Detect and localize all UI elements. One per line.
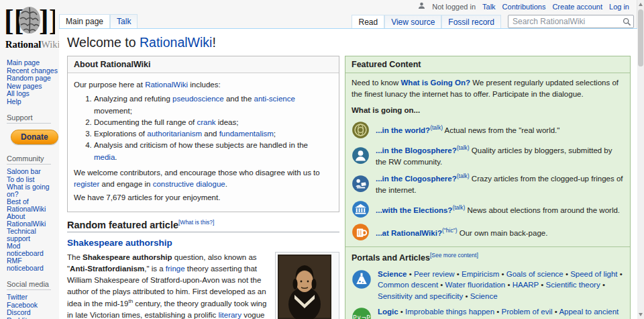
sidebar-social-link[interactable]: Discord	[7, 309, 58, 316]
portal-article-link[interactable]: Common descent	[378, 281, 438, 289]
scroll-down-arrow-icon[interactable]	[639, 313, 643, 316]
portal-article-link[interactable]: Empiricism	[462, 270, 499, 278]
rationalwiki-brain-logo[interactable]: [[ ]]	[4, 3, 55, 39]
inline-link[interactable]: fringe	[166, 265, 185, 273]
bullet-separator: •	[455, 270, 462, 278]
sidebar-community-link[interactable]: Best of RationalWiki	[7, 198, 58, 212]
shakespeare-thumbnail[interactable]: "I never would endure this gripe, hath I…	[275, 252, 339, 319]
portal-article-link[interactable]: Science	[470, 292, 498, 300]
person-at-computer-icon[interactable]	[352, 175, 370, 193]
inline-link[interactable]: crank	[197, 118, 215, 126]
scroll-up-arrow-icon[interactable]	[639, 3, 643, 6]
title-rationalwiki-link[interactable]: RationalWiki	[140, 35, 212, 50]
inline-link[interactable]: literary	[218, 311, 241, 319]
wigo-clogosphere-talk-link[interactable]: (talk)	[457, 173, 470, 179]
sidebar-nav-link[interactable]: Random page	[7, 75, 58, 82]
wigo-world-link[interactable]: ...in the world?	[376, 126, 430, 134]
sidebar-support-heading: Support	[7, 113, 51, 124]
sidebar-nav-link[interactable]: Help	[7, 98, 58, 105]
featured-content-header: Featured Content	[345, 56, 630, 73]
inline-link[interactable]: fundamentalism	[219, 130, 274, 138]
what-is-this-link[interactable]: [What is this?]	[178, 219, 214, 226]
portal-article-link[interactable]: Scientific theory	[546, 281, 600, 289]
search-input[interactable]	[508, 15, 634, 28]
sidebar-nav-link[interactable]: Recent changes	[7, 67, 58, 75]
capitol-building-icon[interactable]	[352, 200, 370, 218]
tab-view-source[interactable]: View source	[384, 15, 441, 29]
sidebar-community-link[interactable]: About RationalWiki	[7, 213, 58, 227]
blogger-person-icon[interactable]	[352, 146, 370, 165]
donate-button[interactable]: Donate	[11, 130, 58, 144]
wigo-world-desc: Actual news from the "real world."	[445, 126, 560, 134]
inline-link[interactable]: register	[74, 180, 99, 188]
portal-science-link[interactable]: Science	[378, 270, 407, 278]
wigo-rationalwiki-link[interactable]: ...at RationalWiki?	[376, 228, 442, 236]
personal-contributions-link[interactable]: Contributions	[502, 3, 546, 11]
scrollbar-thumb[interactable]	[638, 9, 643, 66]
sidebar-community-link[interactable]: Technical support	[7, 228, 58, 242]
inline-link[interactable]: What is Going On?	[401, 79, 471, 87]
wigo-clogosphere-link[interactable]: ...in the Clogosphere?	[376, 175, 457, 183]
inline-link[interactable]: RationalWiki	[145, 81, 188, 89]
portal-article-link[interactable]: Improbable things happen	[405, 308, 494, 316]
wigo-rationalwiki-hic-link[interactable]: ("hic")	[442, 227, 458, 234]
wigo-blogosphere-talk-link[interactable]: (talk)	[457, 144, 470, 151]
wigo-blogosphere-link[interactable]: ...in the Blogosphere?	[376, 146, 457, 154]
inline-text: .	[225, 180, 227, 188]
sidebar-community-link[interactable]: What is going on?	[7, 183, 58, 197]
wigo-elections-link[interactable]: ...with the Elections?	[376, 206, 452, 214]
sidebar-social-link[interactable]: Twitter	[7, 293, 58, 301]
see-more-content-link[interactable]: [See more content]	[430, 252, 478, 259]
bullet-separator: •	[499, 270, 506, 278]
inline-link[interactable]: pseudoscience	[172, 95, 224, 103]
sidebar-nav-link[interactable]: Main page	[7, 59, 58, 66]
beer-mug-icon[interactable]	[352, 223, 370, 241]
portal-article-link[interactable]: Speed of light	[570, 270, 617, 278]
page-tabs-left: Main page Talk	[59, 15, 138, 28]
tab-talk[interactable]: Talk	[110, 14, 138, 28]
sidebar-community-link[interactable]: RMF noticeboard	[7, 257, 58, 271]
sidebar-community-link[interactable]: Mod noticeboard	[7, 242, 58, 257]
wigo-rationalwiki-row: ...at RationalWiki?("hic") Our own main …	[352, 223, 624, 241]
portals-heading: Portals and Articles[See more content]	[352, 251, 624, 264]
personal-create-account-link[interactable]: Create account	[552, 3, 602, 11]
tab-read[interactable]: Read	[352, 15, 384, 29]
sidebar-social-link[interactable]: Reddit	[7, 317, 58, 319]
wigo-world-talk-link[interactable]: (talk)	[430, 124, 443, 131]
portal-logic-link[interactable]: Logic	[378, 308, 398, 316]
sidebar-nav-link[interactable]: New pages	[7, 83, 58, 90]
sidebar: Main pageRecent changesRandom pageNew pa…	[7, 59, 58, 319]
wigo-elections-talk-link[interactable]: (talk)	[452, 204, 465, 211]
inline-link[interactable]: authoritarianism	[147, 130, 202, 138]
portal-article-link[interactable]: Goals of science	[506, 270, 564, 278]
inline-text: Analysis and criticism of how these subj…	[94, 141, 308, 149]
inline-link[interactable]: media	[94, 153, 115, 161]
inline-text: and the	[224, 95, 254, 103]
tab-main-page[interactable]: Main page	[59, 14, 110, 28]
inline-link[interactable]: constructive dialogue	[153, 180, 225, 188]
rationalwiki-wordmark[interactable]: RationalWiki	[5, 39, 60, 50]
sidebar-community-link[interactable]: Saloon bar	[7, 168, 58, 175]
globe-icon[interactable]	[352, 121, 370, 139]
portal-article-link[interactable]: Sensitivity and specificity	[378, 292, 463, 300]
vertical-scrollbar[interactable]	[637, 0, 644, 319]
portal-article-link[interactable]: HAARP	[513, 281, 539, 289]
portal-article-link[interactable]: Peer review	[414, 270, 455, 278]
portal-article-link[interactable]: Water fluoridation	[445, 281, 506, 289]
sidebar-social-link[interactable]: Facebook	[7, 302, 58, 309]
inline-text: Documenting the full range of	[94, 118, 197, 126]
bullet-separator: •	[564, 270, 570, 278]
article-title-link[interactable]: Shakespeare authorship	[67, 238, 339, 248]
portal-article-link[interactable]: Problem of evil	[502, 308, 553, 316]
sidebar-community-link[interactable]: To do list	[7, 176, 58, 183]
logic-formula-icon[interactable]: P∨¬P	[352, 307, 372, 319]
personal-login-link[interactable]: Log in	[609, 3, 629, 11]
sidebar-nav-link[interactable]: All logs	[7, 90, 58, 97]
inline-link[interactable]: anti-science	[254, 95, 295, 103]
personal-talk-link[interactable]: Talk	[482, 3, 496, 11]
inline-text: Explorations of	[94, 130, 147, 138]
tab-fossil-record[interactable]: Fossil record	[441, 15, 501, 29]
science-flask-icon[interactable]	[352, 269, 372, 289]
search-icon[interactable]	[623, 17, 631, 29]
inline-text: ideas;	[216, 118, 239, 126]
